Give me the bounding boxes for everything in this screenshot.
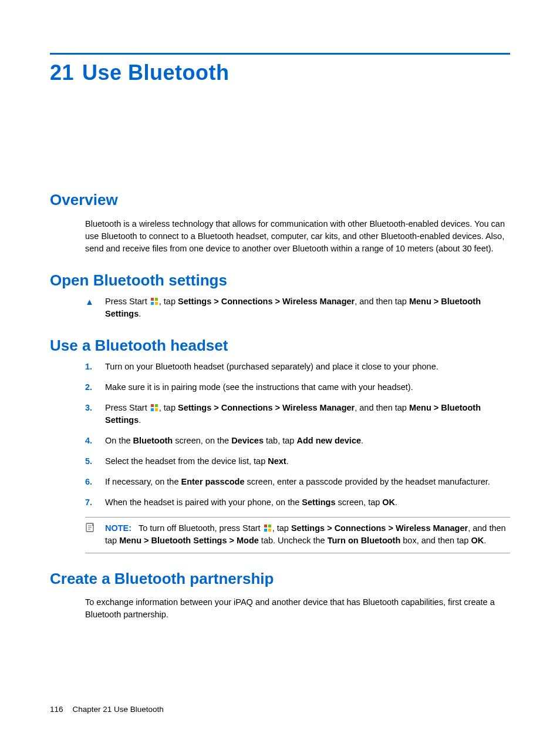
- text-bold: Settings: [302, 498, 335, 507]
- text-bold: Menu > Bluetooth Settings > Mode: [119, 536, 259, 545]
- step-text: When the headset is paired with your pho…: [105, 496, 510, 509]
- text-bold: Settings > Connections > Wireless Manage…: [291, 523, 468, 533]
- step-number: 7.: [85, 496, 105, 509]
- list-item: 6. If necessary, on the Enter passcode s…: [85, 476, 510, 488]
- text-run: screen, enter a passcode provided by the…: [245, 477, 490, 486]
- step-number: 1.: [85, 361, 105, 373]
- note-block: NOTE: To turn off Bluetooth, press Start…: [85, 517, 510, 553]
- step-number: 4.: [85, 435, 105, 447]
- svg-rect-1: [155, 298, 158, 301]
- windows-flag-icon: [150, 297, 158, 305]
- text-run: If necessary, on the: [105, 477, 181, 486]
- step-number: 3.: [85, 402, 105, 426]
- svg-rect-3: [155, 302, 158, 305]
- open-settings-list: ▲ Press Start , tap Settings > Connectio…: [85, 295, 510, 320]
- section-open-settings-heading: Open Bluetooth settings: [50, 271, 510, 290]
- text-bold: OK: [471, 536, 484, 545]
- bullet-triangle-icon: ▲: [85, 295, 105, 320]
- text-run: .: [286, 456, 289, 466]
- windows-flag-icon: [150, 404, 158, 412]
- text-bold: OK: [382, 498, 395, 507]
- section-overview-heading: Overview: [50, 191, 510, 209]
- text-run: .: [484, 536, 486, 545]
- svg-rect-7: [155, 408, 158, 411]
- chapter-name: Use Bluetooth: [82, 61, 230, 85]
- svg-rect-9: [264, 525, 267, 527]
- list-item: 7. When the headset is paired with your …: [85, 496, 510, 509]
- text-run: box, and then tap: [400, 536, 471, 545]
- text-bold: Turn on Bluetooth: [328, 536, 401, 545]
- chapter-title: 21Use Bluetooth: [50, 61, 510, 85]
- text-run: screen, on the: [173, 436, 231, 445]
- svg-rect-11: [264, 529, 267, 532]
- partnership-body: To exchange information between your iPA…: [85, 596, 510, 621]
- text-run: , tap: [159, 403, 178, 412]
- text-bold: Add new device: [296, 436, 361, 445]
- step-text: Select the headset from the device list,…: [105, 455, 510, 468]
- overview-body: Bluetooth is a wireless technology that …: [85, 218, 510, 255]
- note-label: NOTE:: [105, 523, 131, 533]
- text-run: tab, tap: [264, 436, 296, 445]
- section-partnership-heading: Create a Bluetooth partnership: [50, 570, 510, 588]
- text-run: Press Start: [105, 403, 150, 412]
- step-text: Turn on your Bluetooth headset (purchase…: [105, 361, 510, 373]
- note-icon: [85, 522, 105, 547]
- text-run: , and then tap: [355, 297, 409, 306]
- section-use-headset-heading: Use a Bluetooth headset: [50, 337, 510, 355]
- footer-text: Chapter 21 Use Bluetooth: [73, 705, 164, 714]
- step-number: 2.: [85, 381, 105, 394]
- svg-rect-12: [268, 529, 271, 532]
- use-headset-steps: 1. Turn on your Bluetooth headset (purch…: [85, 361, 510, 509]
- step-text: Make sure it is in pairing mode (see the…: [105, 381, 510, 394]
- text-run: .: [361, 436, 363, 445]
- windows-flag-icon: [264, 524, 272, 532]
- list-item: 1. Turn on your Bluetooth headset (purch…: [85, 361, 510, 373]
- list-item: 3. Press Start , tap Settings > Connecti…: [85, 402, 510, 426]
- svg-rect-0: [151, 298, 154, 301]
- step-text: On the Bluetooth screen, on the Devices …: [105, 435, 510, 447]
- text-bold: Next: [268, 456, 286, 466]
- svg-rect-4: [151, 404, 154, 407]
- text-run: , tap: [159, 297, 178, 306]
- document-page: 21Use Bluetooth Overview Bluetooth is a …: [0, 0, 560, 746]
- text-bold: Enter passcode: [181, 477, 245, 486]
- page-footer: 116Chapter 21 Use Bluetooth: [50, 705, 164, 714]
- step-text: Press Start , tap Settings > Connections…: [105, 402, 510, 426]
- page-number: 116: [50, 705, 63, 714]
- text-run: screen, tap: [336, 498, 383, 507]
- text-run: .: [139, 309, 141, 318]
- step-number: 6.: [85, 476, 105, 488]
- text-run: To turn off Bluetooth, press Start: [139, 523, 263, 533]
- text-run: Select the headset from the device list,…: [105, 456, 268, 466]
- text-run: .: [139, 415, 141, 425]
- text-run: When the headset is paired with your pho…: [105, 498, 302, 507]
- step-number: 5.: [85, 455, 105, 468]
- list-item-text: Press Start , tap Settings > Connections…: [105, 295, 510, 320]
- list-item: 4. On the Bluetooth screen, on the Devic…: [85, 435, 510, 447]
- text-bold: Devices: [231, 436, 264, 445]
- svg-rect-6: [151, 408, 154, 411]
- list-item: ▲ Press Start , tap Settings > Connectio…: [85, 295, 510, 320]
- text-run: On the: [105, 436, 133, 445]
- text-bold: Settings > Connections > Wireless Manage…: [178, 297, 355, 306]
- step-text: If necessary, on the Enter passcode scre…: [105, 476, 510, 488]
- text-bold: Settings > Connections > Wireless Manage…: [178, 403, 355, 412]
- text-bold: Bluetooth: [133, 436, 173, 445]
- note-text: NOTE: To turn off Bluetooth, press Start…: [105, 522, 510, 547]
- chapter-number: 21: [50, 61, 74, 85]
- svg-rect-5: [155, 404, 158, 407]
- chapter-rule: [50, 53, 510, 55]
- text-run: , and then tap: [355, 403, 409, 412]
- list-item: 2. Make sure it is in pairing mode (see …: [85, 381, 510, 394]
- text-run: , tap: [272, 523, 291, 533]
- svg-rect-2: [151, 302, 154, 305]
- text-run: tab. Uncheck the: [259, 536, 328, 545]
- text-run: Press Start: [105, 297, 150, 306]
- svg-rect-10: [268, 525, 271, 527]
- text-run: .: [395, 498, 397, 507]
- list-item: 5. Select the headset from the device li…: [85, 455, 510, 468]
